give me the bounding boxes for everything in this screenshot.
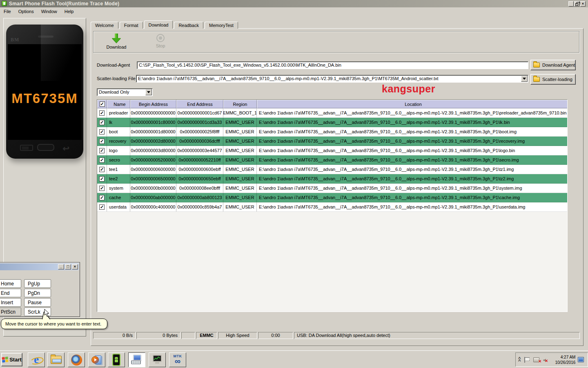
tray-flag-icon[interactable]	[524, 357, 530, 363]
internet-explorer-icon[interactable]: e	[28, 352, 45, 367]
row-begin-address: 0x0000000001c80000	[130, 118, 176, 127]
clock-date: 10/26/2016	[549, 360, 575, 365]
row-checkbox[interactable]: ✓	[99, 139, 105, 144]
row-checkbox[interactable]: ✓	[99, 176, 105, 182]
row-checkbox[interactable]: ✓	[99, 204, 105, 210]
download-mode-value: Download Only	[99, 90, 129, 94]
key-pgup[interactable]: PgUp	[24, 279, 51, 288]
header-name[interactable]: Name	[107, 100, 130, 108]
row-region: EMMC_USER	[223, 146, 257, 155]
menu-file[interactable]: File	[0, 8, 15, 15]
scatter-dropdown-arrow[interactable]	[521, 76, 528, 82]
close-icon: ×	[582, 2, 584, 6]
table-row-tee1[interactable]: ✓ tee1 0x0000000006000000 0x000000000600…	[97, 165, 567, 174]
tray-volume-muted-icon[interactable]: ✕	[543, 357, 546, 362]
header-end-address[interactable]: End Address	[176, 100, 223, 108]
row-begin-address: 0x0000000003d80000	[130, 146, 176, 155]
row-location: E:\andro 1\advan i7a\MT6735__advan__i7A_…	[257, 202, 567, 212]
row-checkbox[interactable]: ✓	[99, 167, 105, 172]
tab-memorytest[interactable]: MemoryTest	[205, 22, 238, 29]
download-agent-button[interactable]: Download Agent	[530, 60, 576, 70]
tab-readback[interactable]: Readback	[174, 22, 203, 29]
stop-button[interactable]: Stop	[145, 33, 176, 52]
osk-maximize-button[interactable]: □	[65, 264, 71, 269]
on-screen-keyboard-icon[interactable]	[128, 352, 145, 367]
tab-welcome[interactable]: Welcome	[91, 22, 118, 29]
firefox-icon[interactable]	[68, 352, 85, 367]
show-desktop-icon[interactable]	[578, 357, 584, 362]
table-row-logo[interactable]: ✓ logo 0x0000000003d80000 0x0000000003e4…	[97, 146, 567, 155]
header-location[interactable]: Location	[257, 100, 567, 108]
phone-back-icon: ↩	[62, 144, 69, 153]
row-checkbox[interactable]: ✓	[99, 148, 105, 153]
key-insert[interactable]: Insert	[0, 298, 21, 307]
table-row-boot[interactable]: ✓ boot 0x0000000001d80000 0x00000000025f…	[97, 127, 567, 137]
select-all-checkbox[interactable]: ✓	[100, 101, 105, 107]
phone-brand-label: BM	[11, 37, 19, 43]
row-region: EMMC_USER	[223, 202, 257, 212]
table-row-recovery[interactable]: ✓ recovery 0x0000000002d80000 0x00000000…	[97, 137, 567, 146]
download-mode-select[interactable]: Download Only	[97, 88, 153, 96]
table-row-lk[interactable]: ✓ lk 0x0000000001c80000 0x0000000001cd3a…	[97, 118, 567, 127]
row-name: userdata	[107, 202, 130, 212]
tray-device-error-icon[interactable]: ✕	[533, 357, 539, 362]
status-elapsed-time: 0:00	[258, 332, 293, 339]
key-end[interactable]: End	[0, 289, 21, 297]
row-checkbox-cell: ✓	[97, 202, 107, 212]
row-begin-address: 0x0000000002d80000	[130, 137, 176, 146]
minimize-button[interactable]: _	[568, 1, 574, 7]
table-row-system[interactable]: ✓ system 0x000000000b000000 0x000000008e…	[97, 184, 567, 193]
row-checkbox[interactable]: ✓	[99, 129, 105, 135]
scatter-file-combobox[interactable]: E:\andro 1\advan i7a\MT6735__advan__i7A_…	[136, 75, 528, 83]
menu-window[interactable]: Window	[38, 8, 61, 15]
system-tray: ^^ ✕ ✕ 4:27 AM 10/26/2016	[515, 352, 588, 367]
row-checkbox[interactable]: ✓	[99, 120, 105, 125]
table-row-userdata[interactable]: ✓ userdata 0x00000000c4000000 0x00000000…	[97, 202, 567, 212]
close-button[interactable]: ×	[580, 1, 586, 7]
table-row-preloader[interactable]: ✓ preloader 0x0000000000000000 0x0000000…	[97, 108, 567, 118]
row-checkbox[interactable]: ✓	[99, 186, 105, 191]
partition-table-header: ✓ Name Begin Address End Address Region …	[97, 100, 567, 108]
tray-expand-icon[interactable]: ^^	[518, 357, 521, 362]
table-row-cache[interactable]: ✓ cache 0x00000000ab000000 0x00000000ab8…	[97, 193, 567, 202]
tab-format[interactable]: Format	[120, 22, 143, 29]
key-home[interactable]: Home	[0, 279, 21, 288]
row-checkbox-cell: ✓	[97, 193, 107, 202]
header-begin-address[interactable]: Begin Address	[130, 100, 176, 108]
row-checkbox[interactable]: ✓	[99, 110, 105, 116]
mtk-flash-tool-icon[interactable]: MTK ∞	[169, 352, 186, 367]
start-button[interactable]: Start	[1, 353, 22, 366]
table-row-secro[interactable]: ✓ secro 0x0000000005200000 0x00000000052…	[97, 155, 567, 165]
osk-close-button[interactable]: ×	[72, 264, 78, 269]
row-end-address: 0x000000000650ebff	[176, 174, 223, 184]
title-bar: Smart Phone Flash Tool(Runtime Trace Mod…	[0, 0, 588, 7]
system-monitor-icon[interactable]	[149, 352, 166, 367]
restore-button[interactable]	[574, 1, 579, 7]
row-checkbox-cell: ✓	[97, 127, 107, 137]
header-region[interactable]: Region	[223, 100, 257, 108]
menu-options[interactable]: Options	[15, 8, 38, 15]
table-row-tee2[interactable]: ✓ tee2 0x0000000006500000 0x000000000650…	[97, 174, 567, 184]
tab-download[interactable]: Download	[144, 20, 173, 29]
row-begin-address: 0x0000000005200000	[130, 155, 176, 165]
scatter-button-label: Scatter-loading	[542, 77, 572, 82]
download-button[interactable]: Download	[101, 33, 132, 52]
row-checkbox[interactable]: ✓	[99, 157, 105, 163]
key-prtscn[interactable]: PrtScn	[0, 307, 21, 316]
download-agent-input[interactable]: C:\SP_Flash_Tool_v5.1452.00\SP_Flash_Too…	[137, 61, 528, 69]
phone-chipset-label: MT6735M	[8, 91, 82, 106]
osk-minimize-button[interactable]: _	[58, 264, 64, 269]
mode-dropdown-arrow[interactable]	[145, 89, 152, 95]
scatter-file-value: E:\andro 1\advan i7a\MT6735__advan__i7A_…	[138, 76, 439, 81]
file-explorer-icon[interactable]	[47, 352, 65, 367]
row-name: system	[107, 184, 130, 193]
media-player-icon[interactable]	[88, 352, 105, 367]
android-flash-icon[interactable]	[108, 352, 125, 367]
row-region: EMMC_USER	[223, 184, 257, 193]
select-all-cell[interactable]: ✓	[97, 100, 107, 108]
key-pause[interactable]: Pause	[24, 298, 51, 307]
menu-help[interactable]: Help	[61, 8, 78, 15]
key-pgdn[interactable]: PgDn	[24, 289, 51, 297]
row-checkbox[interactable]: ✓	[99, 195, 105, 200]
scatter-loading-button[interactable]: Scatter-loading	[530, 74, 576, 85]
